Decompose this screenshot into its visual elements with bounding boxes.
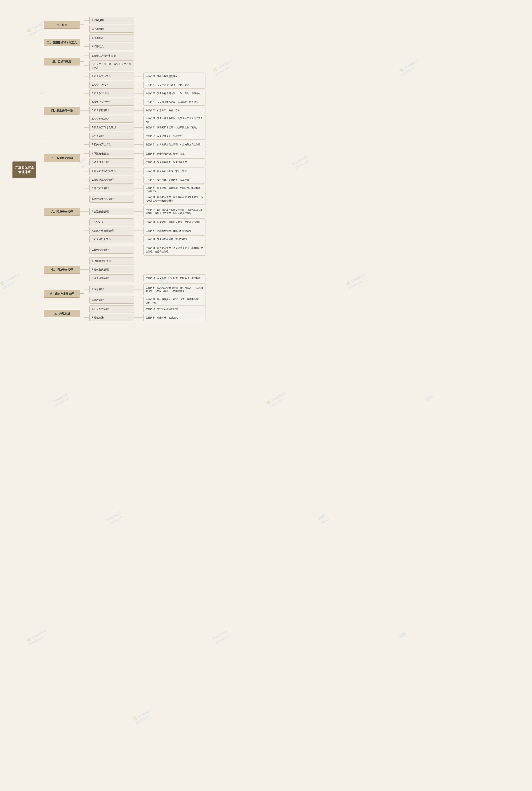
l1-s7: 七、消防安全管理 [44, 266, 80, 274]
l3-s4_3: 主要内容：安全教育培训内容、计划、实施、评审考核 [144, 90, 206, 97]
l2-s4_7: 7.安全生产信息化建设 [89, 124, 134, 131]
l3-s4_5: 主要内容：档案分类、内容、存档 [144, 107, 206, 114]
l3-s6_6: 主要内容：固定岗位、巡逻岗位管理、安防与监控管理 [144, 219, 206, 226]
l2-s9_1: 1.安全绩效管理 [89, 305, 134, 313]
l2-s2_1: 1.引用标准 [89, 34, 134, 42]
l2-s5_1: 1.风险分级管控 [89, 150, 134, 157]
l3-s9_2: 主要内容：改进标准、改进方式 [144, 314, 206, 321]
l1-s5: 五、双重预防机制 [44, 154, 80, 162]
l3-s4_8: 主要内容：设备设施变更、管理变更 [144, 132, 206, 140]
l1-s1: 一、前言 [44, 21, 80, 29]
l2-s6_5: 5.交通安全管理 [89, 208, 134, 215]
l2-s7_1: 1.消防制度化管理 [89, 257, 134, 265]
l3-s4_7: 主要内容：物联网技术运用（动态风险监测与预警） [144, 124, 206, 131]
l3-s6_5: 主要内容：园区道路及停车场安全管理、电动汽车及充电桩管理、电动自行车管理、园区交… [144, 206, 206, 218]
l1-s9: 九、持续改进 [44, 310, 80, 318]
l3-s4_6: 主要内容：安全主题活动开展（含安全生产月及消防安全月） [144, 115, 206, 125]
l2-s5_2: 2.隐患排查治理 [89, 158, 134, 166]
l2-s7_3: 3.设备设施管理 [89, 274, 134, 282]
l3-s4_2: 主要内容：安全生产投入分类、计划、实施 [144, 81, 206, 89]
l2-s4_9: 9.相关方安全管理 [89, 141, 134, 148]
l2-s1_2: 2.使用范围 [89, 25, 134, 33]
l3-s6_1: 主要内容：高风险作业申请、审批、监督 [144, 168, 206, 175]
l2-s6_8: 8.安全可视化管理 [89, 236, 134, 243]
l3-s6_4: 主要内容：电梯安全管理、压力容器与管道安全管理、场内专用机动车辆安全管理等 [144, 193, 206, 205]
l3-s4_4: 主要内容：安全管理体系建设、人员配置、承接查验 [144, 98, 206, 106]
l3-s6_3: 主要内容：设备分类、状态标准、功能标准、维保检测（含防雷） [144, 185, 206, 194]
l3-s6_9: 主要内容：燃气安全管理、危化品安全管理、临时活动安全管理、食品安全管理 [144, 244, 206, 256]
l1-s2: 二、引用标准和术语定义 [44, 39, 80, 46]
l3-s6_2: 主要内容：资料审批、监督巡查、竣工验收 [144, 176, 206, 184]
l3-s8_2: 主要内容：事故事件报告、处理、调查，事故事件统计、分析与预防 [144, 296, 206, 306]
l3-s6_7: 主要内容：幕墙安全管理、建筑结构安全管理 [144, 227, 206, 234]
l1-s3: 三、目标和职责 [44, 58, 80, 66]
l2-s4_4: 4.筹备期安全管理 [89, 98, 134, 106]
l2-s8_2: 2.事故管理 [89, 296, 134, 304]
l3-s8_1: 主要内容：应急预案管理（编制、修订与备案）、应急预案演练、应急队伍建设、应急物资… [144, 283, 206, 295]
l2-s7_2: 2.建筑防火管理 [89, 266, 134, 273]
mindmap-canvas: 产业园区安全管理体系一、前言1.编制说明2.使用范围二、引用标准和术语定义1.引… [0, 0, 499, 769]
l3-s5_1: 主要内容：安全风险辨识、评价、管控 [144, 150, 206, 157]
l2-s4_5: 5.安全档案管理 [89, 107, 134, 114]
l2-s6_3: 3.电气安全管理 [89, 185, 134, 192]
l3-s9_1: 主要内容：绩效评定与奖惩机制 [144, 305, 206, 313]
l3-s4_9: 主要内容：自有相关方安全管理、产业相关方安全管理 [144, 141, 206, 148]
l2-s4_1: 1.安全合规性管理 [89, 73, 134, 80]
l2-s3_2: 2.安全生产责任制（包括安全生产组织机构） [89, 60, 134, 71]
l2-s6_9: 9.其他安全管理 [89, 246, 134, 253]
l2-s4_8: 8.变更管理 [89, 132, 134, 140]
l3-s6_8: 主要内容：安全标识与标牌、现场5S管理 [144, 236, 206, 243]
l2-s6_4: 4.特种设备安全管理 [89, 195, 134, 203]
l2-s6_6: 6.治安安全 [89, 219, 134, 226]
l2-s4_6: 6.安全文化建设 [89, 115, 134, 123]
l1-s8: 八、应急与事故管理 [44, 290, 80, 298]
l2-s6_1: 1.高风险作业安全管理 [89, 168, 134, 175]
l2-s9_2: 2.持续改进 [89, 314, 134, 321]
l2-s4_3: 3.安全教育培训 [89, 90, 134, 97]
l1-s6: 六、现场安全管理 [44, 208, 80, 216]
l3-s5_2: 主要内容：安全监督检查、隐患排查治理 [144, 158, 206, 166]
l1-s4: 四、安全保障体系 [44, 107, 80, 114]
l2-s6_7: 7.建筑本体安全管理 [89, 227, 134, 234]
connector-svg [0, 0, 499, 769]
l2-s3_1: 1.安全生产方针和目标 [89, 52, 134, 59]
l2-s4_2: 2.安全生产投入 [89, 81, 134, 89]
l3-s4_1: 主要内容：法律法规识别与评价 [144, 73, 206, 80]
l2-s2_2: 2.术语定义 [89, 43, 134, 50]
l2-s1_1: 1.编制说明 [89, 17, 134, 24]
root-node: 产业园区安全管理体系 [13, 162, 36, 178]
l2-s8_1: 1.应急管理 [89, 286, 134, 293]
l2-s6_2: 2.装修施工安全管理 [89, 176, 134, 184]
l3-s7_3: 主要内容：设备分类、状态标准、功能标准、维保检测 [144, 274, 206, 282]
